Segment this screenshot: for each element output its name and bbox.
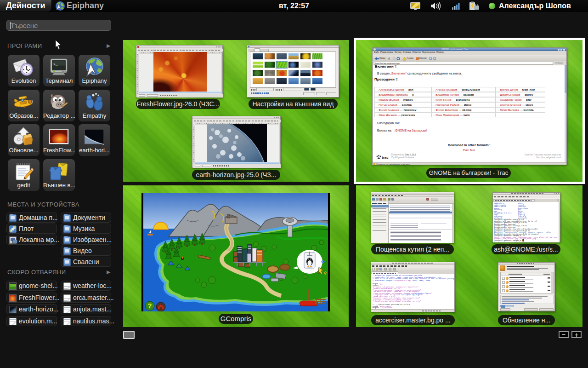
svg-text:trac: trac xyxy=(382,155,389,160)
svg-text:>_: >_ xyxy=(53,62,58,66)
svg-text:?: ? xyxy=(148,302,152,310)
